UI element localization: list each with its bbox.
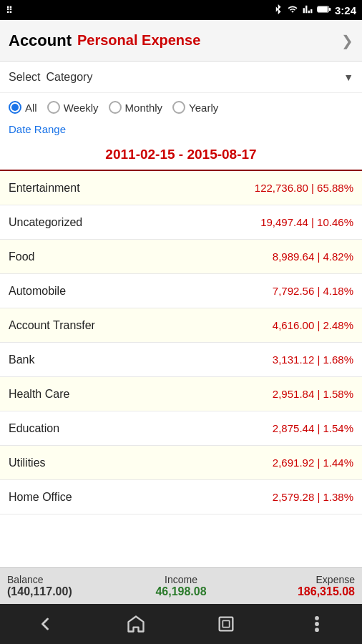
table-row[interactable]: Bank 3,131.12 | 1.68% bbox=[0, 343, 362, 377]
radio-yearly-circle bbox=[172, 101, 185, 114]
status-left-icons: ⠿ bbox=[6, 5, 13, 16]
table-row[interactable]: Food 8,989.64 | 4.82% bbox=[0, 240, 362, 274]
header: Account Personal Expense ❯ bbox=[0, 20, 362, 62]
category-select[interactable]: Category bbox=[46, 71, 338, 83]
category-health-care: Health Care bbox=[9, 388, 69, 401]
table-row[interactable]: Uncategorized 19,497.44 | 10.46% bbox=[0, 205, 362, 240]
amount-automobile: 7,792.56 | 4.18% bbox=[273, 285, 353, 297]
svg-point-6 bbox=[315, 623, 318, 625]
amount-education: 2,875.44 | 1.54% bbox=[273, 422, 353, 434]
category-utilities: Utilities bbox=[9, 457, 46, 469]
expense-table: Entertainment 122,736.80 | 65.88% Uncate… bbox=[0, 171, 362, 567]
amount-home-office: 2,579.28 | 1.38% bbox=[273, 491, 353, 503]
back-icon bbox=[35, 614, 55, 634]
svg-rect-4 bbox=[223, 620, 230, 627]
income-label: Income bbox=[165, 574, 197, 585]
svg-point-5 bbox=[315, 617, 318, 620]
radio-all[interactable]: All bbox=[9, 101, 37, 114]
footer-summary: Balance (140,117.00) Income 46,198.08 Ex… bbox=[0, 567, 362, 604]
header-left: Account Personal Expense bbox=[9, 31, 200, 50]
amount-utilities: 2,691.92 | 1.44% bbox=[273, 457, 353, 469]
table-row[interactable]: Automobile 7,792.56 | 4.18% bbox=[0, 274, 362, 308]
table-row[interactable]: Health Care 2,951.84 | 1.58% bbox=[0, 377, 362, 411]
amount-food: 8,989.64 | 4.82% bbox=[273, 250, 353, 263]
home-button[interactable] bbox=[114, 608, 157, 640]
select-row: Select Category ▼ bbox=[0, 62, 362, 93]
svg-rect-3 bbox=[220, 618, 233, 631]
radio-all-circle bbox=[9, 101, 21, 114]
table-row[interactable]: Education 2,875.44 | 1.54% bbox=[0, 411, 362, 446]
table-row[interactable]: Utilities 2,691.92 | 1.44% bbox=[0, 446, 362, 480]
amount-entertainment: 122,736.80 | 65.88% bbox=[255, 182, 353, 194]
category-entertainment: Entertainment bbox=[9, 182, 80, 195]
radio-monthly-label: Monthly bbox=[125, 102, 163, 114]
amount-account-transfer: 4,616.00 | 2.48% bbox=[273, 319, 353, 331]
svg-rect-2 bbox=[318, 6, 327, 11]
back-button[interactable] bbox=[24, 608, 67, 640]
category-uncategorized: Uncategorized bbox=[9, 216, 82, 229]
battery-icon bbox=[317, 4, 331, 16]
radio-monthly-circle bbox=[109, 101, 122, 114]
category-account-transfer: Account Transfer bbox=[9, 319, 95, 332]
status-bar: ⠿ 3:24 bbox=[0, 0, 362, 20]
income-value: 46,198.08 bbox=[155, 585, 206, 598]
more-icon bbox=[307, 614, 327, 634]
radio-weekly-circle bbox=[47, 101, 60, 114]
dropdown-arrow-icon: ▼ bbox=[343, 72, 353, 83]
grid-icon: ⠿ bbox=[6, 5, 13, 16]
amount-bank: 3,131.12 | 1.68% bbox=[273, 353, 353, 366]
status-right-icons: 3:24 bbox=[273, 4, 356, 16]
page-title: Personal Expense bbox=[77, 32, 200, 49]
date-display: 2011-02-15 - 2015-08-17 bbox=[0, 140, 362, 171]
amount-health-care: 2,951.84 | 1.58% bbox=[273, 388, 353, 400]
filter-radio-group: All Weekly Monthly Yearly bbox=[0, 93, 362, 122]
footer-balance-col: Balance (140,117.00) bbox=[0, 568, 121, 604]
radio-monthly[interactable]: Monthly bbox=[109, 101, 163, 114]
table-row[interactable]: Home Office 2,579.28 | 1.38% bbox=[0, 480, 362, 514]
bluetooth-icon bbox=[273, 4, 283, 16]
category-food: Food bbox=[9, 250, 34, 263]
svg-point-7 bbox=[315, 628, 318, 631]
header-arrow-icon[interactable]: ❯ bbox=[341, 32, 353, 49]
balance-label: Balance bbox=[7, 574, 44, 585]
table-row[interactable]: Account Transfer 4,616.00 | 2.48% bbox=[0, 308, 362, 343]
category-education: Education bbox=[9, 422, 59, 435]
radio-yearly[interactable]: Yearly bbox=[172, 101, 218, 114]
category-bank: Bank bbox=[9, 353, 34, 366]
balance-value: (140,117.00) bbox=[7, 585, 72, 598]
footer-income-col: Income 46,198.08 bbox=[121, 568, 242, 604]
recent-button[interactable] bbox=[205, 608, 248, 640]
radio-weekly[interactable]: Weekly bbox=[47, 101, 99, 114]
nav-bar bbox=[0, 604, 362, 644]
select-label: Select bbox=[9, 71, 40, 84]
expense-value: 186,315.08 bbox=[298, 585, 355, 598]
date-range-link[interactable]: Date Range bbox=[9, 123, 66, 135]
table-row[interactable]: Entertainment 122,736.80 | 65.88% bbox=[0, 171, 362, 205]
home-icon bbox=[126, 614, 146, 634]
footer-expense-col: Expense 186,315.08 bbox=[241, 568, 362, 604]
radio-weekly-label: Weekly bbox=[64, 102, 99, 114]
radio-yearly-label: Yearly bbox=[189, 102, 218, 114]
svg-rect-1 bbox=[329, 8, 331, 11]
amount-uncategorized: 19,497.44 | 10.46% bbox=[260, 216, 353, 228]
wifi-icon bbox=[287, 4, 298, 16]
expense-label: Expense bbox=[316, 574, 355, 585]
more-button[interactable] bbox=[295, 608, 338, 640]
radio-all-label: All bbox=[25, 102, 37, 114]
category-automobile: Automobile bbox=[9, 285, 66, 298]
account-label: Account bbox=[9, 31, 72, 50]
recent-icon bbox=[216, 614, 236, 634]
signal-icon bbox=[302, 4, 313, 16]
date-range-row: Date Range bbox=[0, 122, 362, 140]
time-display: 3:24 bbox=[335, 4, 356, 16]
category-home-office: Home Office bbox=[9, 491, 72, 504]
